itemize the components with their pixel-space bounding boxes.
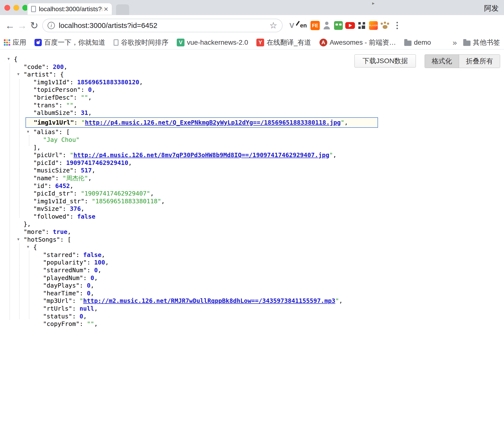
json-line: "more": true, (0, 228, 504, 236)
bookmark-item-baidu[interactable]: 百度一下，你就知道 (34, 38, 105, 47)
browser-tab[interactable]: localhost:3000/artists?id=645 × (27, 3, 112, 15)
url-text[interactable]: localhost:3000/artists?id=6452 (59, 21, 157, 30)
json-key: "picId_str" (33, 190, 74, 197)
folder-icon (463, 41, 470, 46)
new-tab-button[interactable] (116, 4, 129, 15)
json-key: "picId" (33, 159, 59, 166)
json-key: "briefDesc" (33, 94, 74, 101)
forward-button[interactable]: → (16, 21, 28, 30)
extension-icons: V en FE ▶ PLAYER (286, 19, 390, 32)
json-comma: , (88, 94, 92, 101)
bookmark-item-vue-hackernews[interactable]: V vue-hackernews-2.0 (177, 39, 248, 46)
json-bracket: [ (66, 128, 70, 136)
json-line-highlighted: "img1v1Url": "http://p4.music.126.net/Q_… (25, 117, 378, 128)
json-comma: , (161, 198, 165, 205)
json-link[interactable]: http://p4.music.126.net/Q_ExePNkmgB2yWyL… (85, 119, 341, 126)
bookmark-item-youdao[interactable]: Y 在线翻译_有道 (256, 38, 311, 47)
json-bool-value: false (77, 213, 95, 220)
translate-extension-icon[interactable]: en (298, 19, 309, 32)
json-colon: : (74, 94, 81, 101)
vimium-extension-icon[interactable]: V (286, 19, 297, 32)
json-string-value: "19097417462929407" (81, 190, 150, 197)
json-colon: : (48, 182, 55, 189)
json-string-value: "周杰伦" (62, 175, 88, 182)
json-comma: , (92, 86, 95, 93)
json-key: "status" (43, 313, 72, 320)
collapse-toggle-icon[interactable]: ▼ (17, 72, 19, 76)
paw-icon (383, 25, 387, 29)
paw-extension-icon[interactable] (380, 19, 390, 32)
bookmarks-overflow-icon[interactable]: » (453, 38, 457, 47)
bookmark-star-icon[interactable]: ☆ (269, 21, 277, 30)
json-comma: , (67, 228, 71, 235)
json-colon: : (55, 175, 62, 182)
bookmark-item-google-sort[interactable]: 谷歌按时间排序 (114, 38, 168, 47)
tab-strip: localhost:3000/artists?id=645 × 阿发 (0, 0, 504, 15)
page-info-icon[interactable]: i (48, 22, 55, 29)
green-shield-icon (334, 21, 343, 30)
vue-icon: V (177, 39, 185, 46)
json-number-value: 0 (80, 313, 83, 320)
json-bool-value: true (53, 228, 67, 235)
json-bracket: }, (24, 221, 31, 228)
json-key: "topicPerson" (33, 86, 81, 93)
download-json-button[interactable]: 下载JSON数据 (354, 54, 416, 68)
tab-close-icon[interactable]: × (104, 5, 108, 13)
json-line: "copyFrom": "", (0, 320, 504, 328)
json-number-value: 0 (91, 274, 94, 281)
json-comma: , (344, 119, 348, 126)
page-icon (114, 39, 118, 46)
other-bookmarks[interactable]: 其他书签 (463, 38, 500, 47)
json-comma: , (74, 102, 77, 109)
reload-button[interactable]: ↻ (28, 21, 40, 30)
json-line: ], (0, 144, 504, 152)
profile-person-icon[interactable] (321, 19, 332, 32)
json-comma: , (333, 152, 336, 159)
json-colon: : (74, 190, 81, 197)
json-colon: : (70, 79, 77, 86)
json-key: "starredNum" (43, 267, 87, 274)
collapse-toggle-icon[interactable]: ▼ (8, 57, 10, 61)
json-link[interactable]: http://m2.music.126.net/RMJR7wDullRqppBk… (83, 297, 336, 304)
json-key: "dayPlays" (43, 282, 80, 289)
collapse-toggle-icon[interactable]: ▼ (27, 130, 29, 134)
json-colon: : (59, 159, 66, 166)
address-bar[interactable]: i localhost:3000/artists?id=6452 ☆ (42, 19, 283, 32)
qrcode-extension-icon[interactable] (356, 19, 367, 32)
json-number-value: 19097417462929410 (66, 159, 128, 166)
format-button[interactable]: 格式化 (425, 55, 459, 68)
json-comma: , (88, 175, 92, 182)
json-link[interactable]: http://p4.music.126.net/8mv7qP30Pd3oHW8b… (74, 152, 329, 159)
back-button[interactable]: ← (4, 21, 16, 30)
qr-icon (358, 22, 365, 29)
collapse-all-button[interactable]: 折叠所有 (459, 55, 500, 68)
fe-helper-extension-icon[interactable]: FE (310, 19, 320, 32)
json-comma: , (139, 79, 143, 86)
collapse-toggle-icon[interactable]: ▼ (27, 245, 29, 249)
tampermonkey-extension-icon[interactable] (333, 19, 344, 32)
player-extension-icon[interactable]: ▶ PLAYER (368, 19, 379, 32)
json-colon: : (74, 109, 81, 116)
bookmark-label: vue-hackernews-2.0 (187, 39, 248, 46)
bookmark-label: 应用 (13, 38, 26, 47)
json-comma: , (150, 190, 154, 197)
json-line: }, (0, 220, 504, 228)
bookmark-item-awesomes[interactable]: A Awesomes - 前端资… (319, 38, 396, 47)
json-colon: : (59, 128, 66, 136)
json-line: "topicPerson": 0, (0, 86, 504, 94)
bookmark-item-apps[interactable]: 应用 (4, 38, 26, 47)
json-comma: , (94, 305, 98, 312)
bookmark-item-demo[interactable]: demo (404, 39, 431, 46)
json-comma: , (81, 205, 84, 212)
json-number-value: 6452 (55, 182, 70, 189)
youtube-extension-icon[interactable] (345, 19, 355, 32)
json-colon: : (76, 251, 83, 258)
close-window-button[interactable] (4, 5, 10, 11)
minimize-window-button[interactable] (13, 5, 19, 11)
json-colon: : (45, 228, 53, 235)
chrome-menu-icon[interactable] (392, 20, 403, 31)
json-colon: : (72, 305, 79, 312)
json-line: ▼"alias": [ (0, 128, 504, 136)
profile-name[interactable]: 阿发 (484, 3, 499, 13)
collapse-toggle-icon[interactable]: ▼ (17, 238, 19, 241)
